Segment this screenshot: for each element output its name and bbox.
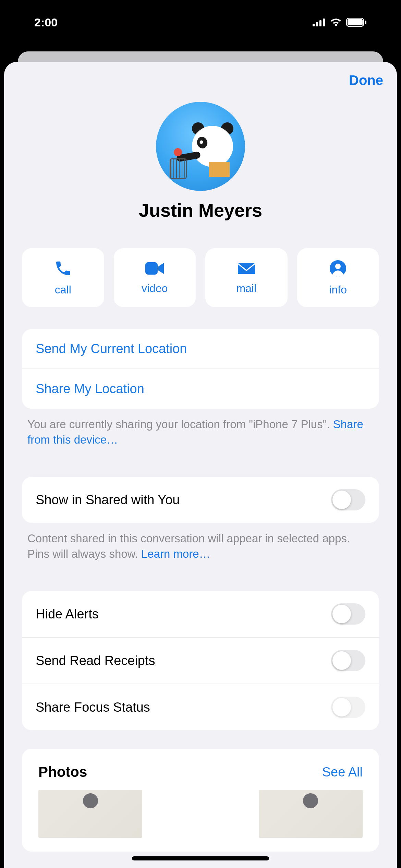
- send-current-location-row[interactable]: Send My Current Location: [22, 329, 379, 369]
- photo-thumbnail[interactable]: [38, 790, 142, 838]
- phone-icon: [54, 260, 72, 279]
- call-label: call: [55, 284, 71, 296]
- svg-rect-7: [145, 262, 158, 275]
- send-read-receipts-toggle[interactable]: [331, 650, 365, 671]
- mail-button[interactable]: mail: [205, 248, 288, 307]
- info-label: info: [329, 284, 347, 296]
- cellular-icon: [313, 18, 326, 26]
- person-circle-icon: [329, 260, 347, 279]
- shared-with-you-footer: Content shared in this conversation will…: [27, 531, 374, 562]
- send-read-receipts-label: Send Read Receipts: [36, 653, 155, 668]
- done-button[interactable]: Done: [349, 73, 383, 88]
- mail-label: mail: [236, 282, 256, 295]
- shared-with-you-group: Show in Shared with You: [22, 477, 379, 523]
- hide-alerts-label: Hide Alerts: [36, 607, 99, 622]
- notifications-group: Hide Alerts Send Read Receipts Share Foc…: [22, 591, 379, 730]
- svg-rect-5: [348, 19, 363, 25]
- hide-alerts-toggle[interactable]: [331, 603, 365, 625]
- nav-bar: Done: [4, 62, 397, 88]
- show-in-shared-with-you-row[interactable]: Show in Shared with You: [22, 477, 379, 523]
- svg-rect-0: [313, 24, 315, 26]
- svg-rect-3: [323, 19, 325, 26]
- status-time: 2:00: [34, 16, 58, 29]
- video-icon: [145, 261, 165, 277]
- photos-header: Photos See All: [22, 749, 379, 790]
- actions-row: call video mail info: [4, 248, 397, 307]
- home-indicator[interactable]: [132, 856, 269, 860]
- contact-detail-sheet: Done Justin Meyers call video: [4, 62, 397, 868]
- wifi-icon: [330, 18, 342, 27]
- battery-icon: [346, 18, 367, 27]
- share-focus-status-label: Share Focus Status: [36, 700, 150, 715]
- svg-rect-8: [238, 263, 255, 274]
- svg-rect-2: [319, 20, 321, 26]
- location-footer-text: You are currently sharing your location …: [27, 418, 333, 431]
- photos-group: Photos See All: [22, 749, 379, 852]
- status-bar: 2:00: [0, 0, 401, 45]
- shared-with-you-toggle[interactable]: [331, 489, 365, 510]
- photo-thumbnail[interactable]: [148, 790, 253, 838]
- mail-icon: [236, 261, 256, 277]
- see-all-button[interactable]: See All: [322, 765, 363, 780]
- show-in-shared-with-you-label: Show in Shared with You: [36, 493, 180, 507]
- send-current-location-label: Send My Current Location: [36, 341, 187, 356]
- photos-title: Photos: [38, 764, 87, 780]
- location-group: Send My Current Location Share My Locati…: [22, 329, 379, 409]
- video-label: video: [142, 282, 168, 295]
- send-read-receipts-row[interactable]: Send Read Receipts: [22, 637, 379, 684]
- photo-thumbnail[interactable]: [259, 790, 363, 838]
- photos-row[interactable]: [22, 790, 379, 838]
- share-focus-status-toggle[interactable]: [331, 697, 365, 718]
- video-button[interactable]: video: [114, 248, 196, 307]
- status-indicators: [313, 18, 367, 27]
- call-button[interactable]: call: [22, 248, 104, 307]
- share-my-location-label: Share My Location: [36, 382, 144, 396]
- svg-rect-1: [316, 22, 318, 26]
- info-button[interactable]: info: [297, 248, 379, 307]
- contact-name: Justin Meyers: [139, 200, 262, 221]
- svg-rect-6: [365, 21, 366, 24]
- svg-point-10: [335, 264, 341, 269]
- avatar[interactable]: [156, 102, 245, 191]
- share-focus-status-row[interactable]: Share Focus Status: [22, 684, 379, 730]
- learn-more-link[interactable]: Learn more…: [141, 547, 210, 560]
- location-footer: You are currently sharing your location …: [27, 417, 374, 447]
- contact-header: Justin Meyers: [4, 102, 397, 221]
- hide-alerts-row[interactable]: Hide Alerts: [22, 591, 379, 637]
- share-my-location-row[interactable]: Share My Location: [22, 369, 379, 409]
